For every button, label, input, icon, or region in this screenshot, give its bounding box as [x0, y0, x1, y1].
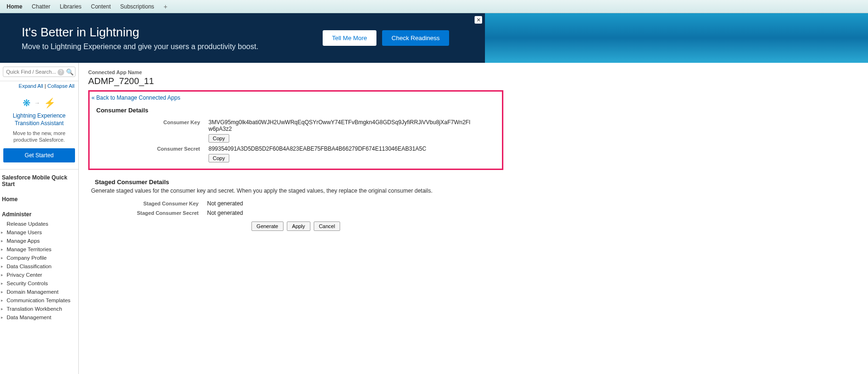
expand-all-link[interactable]: Expand All: [19, 83, 43, 89]
collapse-all-link[interactable]: Collapse All: [48, 83, 75, 89]
sidebar-item-data-classification[interactable]: Data Classification: [0, 262, 78, 271]
page-title: ADMP_7200_11: [88, 76, 859, 86]
back-link[interactable]: « Back to Manage Connected Apps: [92, 94, 180, 101]
sidebar-home-heading[interactable]: Home: [0, 189, 78, 204]
cancel-button[interactable]: Cancel: [314, 221, 340, 231]
sidebar-mobile-quick-start[interactable]: Salesforce Mobile Quick Start: [0, 170, 78, 189]
check-readiness-button[interactable]: Check Readiness: [382, 30, 449, 46]
cloud-icon: ❋: [23, 97, 31, 109]
tab-add-icon[interactable]: +: [159, 3, 172, 10]
sidebar-item-manage-apps[interactable]: Manage Apps: [0, 237, 78, 245]
tab-chatter[interactable]: Chatter: [27, 0, 55, 13]
banner-title: It's Better in Lightning: [22, 25, 323, 40]
consumer-key-label: Consumer Key: [90, 119, 209, 125]
tell-me-more-button[interactable]: Tell Me More: [323, 30, 376, 46]
consumer-secret-label: Consumer Secret: [90, 145, 209, 152]
tab-content[interactable]: Content: [86, 0, 116, 13]
top-tab-bar: Home Chatter Libraries Content Subscript…: [0, 0, 868, 13]
assistant-title: Lightning Experience Transition Assistan…: [3, 112, 75, 127]
consumer-details-heading: Consumer Details: [90, 105, 502, 118]
help-icon[interactable]: ?: [58, 69, 64, 76]
arrow-right-icon: →: [34, 100, 40, 106]
sidebar-item-manage-territories[interactable]: Manage Territories: [0, 245, 78, 254]
sidebar-administer-heading[interactable]: Administer: [0, 204, 78, 220]
lightning-banner: It's Better in Lightning Move to Lightni…: [0, 13, 868, 63]
setup-sidebar: ? 🔍 Expand All | Collapse All ❋ → ⚡ Ligh…: [0, 63, 79, 374]
sidebar-item-security-controls[interactable]: Security Controls: [0, 279, 78, 288]
sidebar-item-communication-templates[interactable]: Communication Templates: [0, 296, 78, 305]
main-content: Connected App Name ADMP_7200_11 « Back t…: [79, 63, 868, 374]
staged-consumer-details: Staged Consumer Details Generate staged …: [88, 178, 503, 235]
copy-consumer-key-button[interactable]: Copy: [209, 134, 229, 143]
tab-subscriptions[interactable]: Subscriptions: [116, 0, 159, 13]
sidebar-item-release-updates[interactable]: Release Updates: [0, 220, 78, 228]
copy-consumer-secret-button[interactable]: Copy: [209, 154, 229, 162]
breadcrumb-label: Connected App Name: [88, 69, 859, 75]
consumer-key-value: 3MVG95mg0lk4bati0WJH2UwWRqEqQSYrOwwY74ET…: [209, 119, 473, 132]
transition-assistant-box: ❋ → ⚡ Lightning Experience Transition As…: [0, 93, 78, 170]
sidebar-item-company-profile[interactable]: Company Profile: [0, 254, 78, 262]
sidebar-item-manage-users[interactable]: Manage Users: [0, 228, 78, 237]
apply-button[interactable]: Apply: [287, 221, 310, 231]
banner-subtitle: Move to Lightning Experience and give yo…: [22, 42, 323, 51]
generate-button[interactable]: Generate: [251, 221, 284, 231]
banner-panel: It's Better in Lightning Move to Lightni…: [0, 13, 485, 63]
assistant-description: Move to the new, more productive Salesfo…: [3, 130, 75, 144]
staged-heading: Staged Consumer Details: [88, 178, 503, 187]
sidebar-item-translation-workbench[interactable]: Translation Workbench: [0, 305, 78, 313]
staged-key-label: Staged Consumer Key: [88, 200, 207, 206]
get-started-button[interactable]: Get Started: [3, 148, 75, 162]
search-icon[interactable]: 🔍: [66, 68, 74, 76]
bolt-icon: ⚡: [44, 97, 56, 109]
sidebar-item-domain-management[interactable]: Domain Management: [0, 288, 78, 296]
close-icon[interactable]: ✕: [475, 16, 482, 24]
staged-secret-label: Staged Consumer Secret: [88, 210, 207, 216]
sidebar-item-privacy-center[interactable]: Privacy Center: [0, 271, 78, 279]
tab-home[interactable]: Home: [2, 0, 27, 13]
consumer-details-highlight: « Back to Manage Connected Apps Consumer…: [88, 90, 503, 170]
sidebar-item-data-management[interactable]: Data Management: [0, 313, 78, 322]
staged-key-value: Not generated: [207, 200, 243, 207]
staged-secret-value: Not generated: [207, 210, 243, 216]
tab-libraries[interactable]: Libraries: [55, 0, 86, 13]
staged-description: Generate staged values for the consumer …: [88, 187, 503, 199]
consumer-secret-value: 899354091A3D5DB5D2F60B4A823EABE75FBBA4B6…: [209, 145, 426, 152]
